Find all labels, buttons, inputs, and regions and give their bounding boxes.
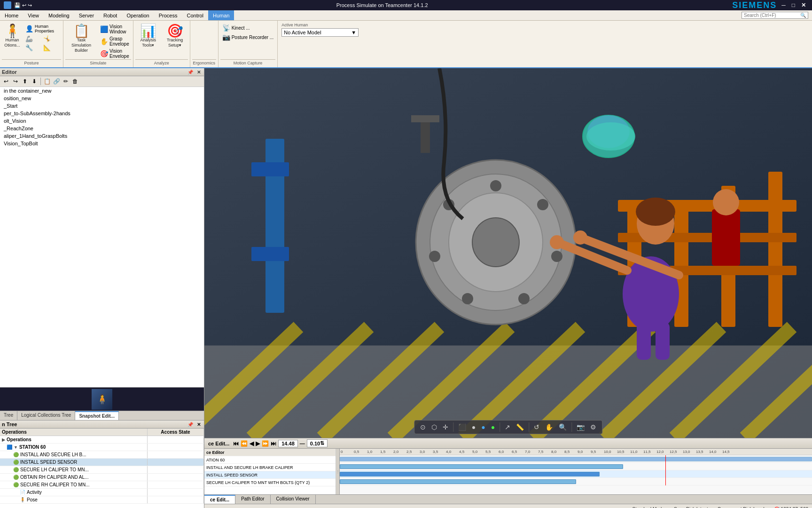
vp-btn-polygon[interactable]: ⬡ [429, 422, 439, 432]
posture-btn-3[interactable]: 🔧 [23, 44, 40, 52]
expand-operations[interactable]: ▶ [2, 437, 5, 442]
vp-btn-rotate[interactable]: ↺ [532, 422, 541, 432]
seq-row-secure-rh[interactable]: 🟢 SECURE RH CALIPER TO MN... [0, 481, 204, 489]
seq-panel-pin[interactable]: 📌 [186, 422, 195, 427]
seq-row-install-speed[interactable]: 🟢 INSTALL SPEED SENSOR [0, 459, 204, 466]
menu-home[interactable]: Home [0, 10, 23, 20]
expand-station60[interactable]: ▼ [14, 445, 18, 450]
window-controls[interactable]: ─ □ ✕ [780, 2, 808, 8]
seq-row-pose[interactable]: 🧍 Pose [0, 496, 204, 504]
vp-btn-select[interactable]: ⊙ [418, 422, 428, 432]
play-to-end-button[interactable]: ⏭ [271, 440, 276, 447]
tree-item-4[interactable]: olt_Vision [0, 117, 204, 125]
analysis-tools-button[interactable]: 📊 AnalysisTools▾ [135, 24, 161, 49]
tab-snapshot-edit[interactable]: Snapshot Edit... [75, 411, 119, 420]
vp-btn-sphere[interactable]: ● [470, 422, 477, 432]
tree-item-7[interactable]: Vision_TopBolt [0, 140, 204, 147]
step-forward-button[interactable]: ⏩ [262, 440, 269, 447]
toolbar-btn-1[interactable]: ↩ [2, 77, 10, 86]
vision-envelope-button[interactable]: 🎯 VisionEnvelope [98, 48, 131, 59]
vision-window-button[interactable]: 🟦 VisionWindow [98, 24, 131, 35]
tab-path-editor[interactable]: Path Editor [235, 495, 270, 504]
toolbar-btn-3[interactable]: ⬆ [21, 77, 29, 86]
tab-sequence-editor[interactable]: ce Edit... [204, 495, 235, 504]
tree-item-3[interactable]: per_to-SubAssembly-2hands [0, 110, 204, 117]
task-simulation-builder-button[interactable]: 📋 Task SimulationBuilder [65, 24, 97, 54]
posture-btn-2[interactable]: 🤸 [41, 35, 58, 43]
viewport-3d[interactable]: ⊙ ⬡ ✛ ⬛ ● ● ● ↗ 📏 ↺ ✋ 🔍 📷 ⚙ [204, 68, 812, 438]
vp-btn-green[interactable]: ● [489, 422, 497, 432]
seq-panel-controls[interactable]: 📌 ✕ [186, 422, 202, 427]
timeline-row-station[interactable]: ATION 60 [204, 456, 336, 464]
tracking-setup-button[interactable]: 🎯 TrackingSetup▾ [162, 24, 188, 49]
editor-close-button[interactable]: ✕ [195, 70, 202, 75]
kinect-button[interactable]: 📡 Kinect ... [220, 24, 275, 32]
vp-btn-move[interactable]: ✛ [441, 422, 450, 432]
timeline-row-secure-lh[interactable]: SECURE LH CALIPER TO MNT WITH BOLTS (QTY… [204, 479, 336, 486]
vp-btn-arrow[interactable]: ↗ [503, 422, 512, 432]
tree-item-5[interactable]: _ReachZone [0, 125, 204, 132]
play-button[interactable]: ▶ [256, 440, 260, 447]
search-icon[interactable]: 🔍 [800, 13, 806, 18]
grasp-envelope-button[interactable]: ✋ GraspEnvelope [98, 36, 131, 47]
human-properties-button[interactable]: 👤 HumanProperties [23, 24, 61, 34]
close-button[interactable]: ✕ [799, 2, 808, 8]
seq-row-activity[interactable]: 📄 Activity [0, 489, 204, 496]
play-to-start-button[interactable]: ⏮ [233, 440, 239, 447]
tree-item-0[interactable]: in the container_new [0, 87, 204, 95]
menu-modeling[interactable]: Modeling [44, 10, 74, 20]
menu-server[interactable]: Server [74, 10, 99, 20]
tree-item-6[interactable]: aliper_1Hand_toGraspBolts [0, 132, 204, 140]
toolbar-btn-2[interactable]: ↪ [11, 77, 20, 86]
editor-pin-button[interactable]: 📌 [186, 70, 195, 75]
op-icon-5: 🟢 [13, 482, 19, 487]
timeline-resize-handle[interactable]: ⋮ [336, 449, 340, 494]
vp-btn-zoom[interactable]: 🔍 [557, 422, 569, 432]
menu-operation[interactable]: Operation [122, 10, 154, 20]
vp-btn-camera[interactable]: 📷 [575, 422, 586, 432]
menu-view[interactable]: View [23, 10, 44, 20]
toolbar-btn-4[interactable]: ⬇ [30, 77, 39, 86]
vp-btn-color[interactable]: ● [479, 422, 487, 432]
active-human-dropdown[interactable]: No Active Model ▼ [281, 28, 359, 37]
seq-row-station60[interactable]: 🟦 ▼ STATION 60 [0, 444, 204, 451]
vp-btn-measure[interactable]: 📏 [514, 422, 526, 432]
vp-btn-pan[interactable]: ✋ [543, 422, 555, 432]
timeline-playhead[interactable] [665, 455, 666, 485]
menu-process[interactable]: Process [154, 10, 182, 20]
toolbar-btn-5[interactable]: 📋 [43, 77, 51, 86]
editor-header-controls[interactable]: 📌 ✕ [186, 70, 202, 75]
seq-row-operations[interactable]: ▶ Operations [0, 436, 204, 444]
tree-item-2[interactable]: _Start [0, 102, 204, 110]
svg-point-36 [636, 198, 675, 226]
minimize-button[interactable]: ─ [780, 2, 788, 8]
tab-collision-viewer[interactable]: Collision Viewer [271, 495, 316, 504]
seq-row-obtain-rh[interactable]: 🟢 OBTAIN RH CALIPER AND AL... [0, 474, 204, 481]
seq-row-secure-lh[interactable]: 🟢 SECURE LH CALIPER TO MN... [0, 466, 204, 474]
menu-human[interactable]: Human [208, 10, 234, 20]
posture-recorder-button[interactable]: 📷 Posture Recorder ... [220, 33, 275, 41]
menu-robot[interactable]: Robot [99, 10, 122, 20]
toolbar-btn-8[interactable]: 🗑 [71, 77, 79, 86]
vp-btn-box[interactable]: ⬛ [456, 422, 468, 432]
play-back-button[interactable]: ◀ [250, 440, 254, 447]
posture-btn-1[interactable]: 🦾 [23, 35, 40, 43]
toolbar-btn-6[interactable]: 🔗 [52, 77, 61, 86]
maximize-button[interactable]: □ [790, 2, 797, 8]
time-step-display: 0.10 ⇅ [307, 439, 328, 447]
human-operations-button[interactable]: 🧍 HumanOtions... [2, 24, 23, 49]
step-back-button[interactable]: ⏪ [241, 440, 248, 447]
menu-control[interactable]: Control [182, 10, 208, 20]
toolbar-btn-7[interactable]: ✏ [62, 77, 70, 86]
tab-logical-collections[interactable]: Logical Collections Tree [17, 411, 75, 420]
posture-btn-4[interactable]: 📐 [41, 44, 58, 52]
ruler-1: 1,0 [367, 450, 380, 454]
tree-item-1[interactable]: osition_new [0, 95, 204, 102]
vp-btn-settings[interactable]: ⚙ [588, 422, 598, 432]
seq-row-install-lhb[interactable]: 🟢 INSTALL AND SECURE LH B... [0, 451, 204, 459]
timeline-row-install-lh[interactable]: INSTALL AND SECURE LH BRAKE CALIPER [204, 464, 336, 471]
search-input[interactable] [744, 13, 800, 18]
seq-panel-close[interactable]: ✕ [195, 422, 202, 427]
timeline-row-install-speed[interactable]: INSTALL SPEED SENSOR [204, 471, 336, 479]
tab-tree[interactable]: Tree [0, 411, 17, 420]
